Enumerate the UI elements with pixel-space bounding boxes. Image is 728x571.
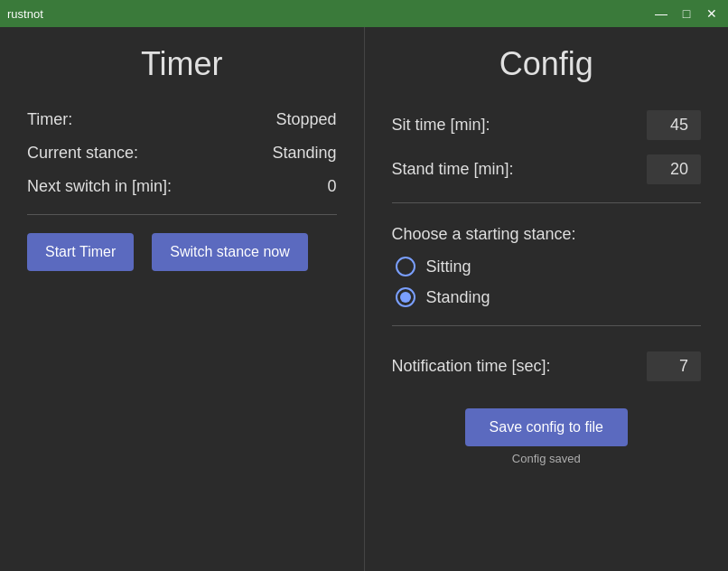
next-switch-value: 0 bbox=[327, 177, 336, 196]
timer-title: Timer bbox=[27, 45, 337, 83]
config-divider-1 bbox=[392, 202, 702, 203]
switch-stance-button[interactable]: Switch stance now bbox=[152, 233, 308, 271]
radio-standing-indicator bbox=[396, 287, 415, 307]
next-switch-row: Next switch in [min]: 0 bbox=[27, 177, 337, 196]
window-controls: — □ ✕ bbox=[652, 5, 721, 23]
timer-panel: Timer Timer: Stopped Current stance: Sta… bbox=[0, 27, 365, 571]
config-panel: Config Sit time [min]: Stand time [min]:… bbox=[365, 27, 729, 571]
sit-time-row: Sit time [min]: bbox=[392, 110, 702, 140]
sit-time-label: Sit time [min]: bbox=[392, 116, 490, 135]
radio-sitting-label: Sitting bbox=[426, 257, 471, 276]
titlebar: rustnot — □ ✕ bbox=[0, 0, 728, 27]
app-title: rustnot bbox=[7, 7, 43, 21]
notif-time-input[interactable] bbox=[647, 351, 701, 381]
timer-value: Stopped bbox=[275, 110, 336, 129]
sit-time-input[interactable] bbox=[647, 110, 701, 140]
stance-value: Standing bbox=[272, 144, 336, 163]
radio-standing-dot bbox=[400, 292, 411, 303]
action-buttons: Start Timer Switch stance now bbox=[27, 233, 337, 271]
stance-label: Current stance: bbox=[27, 144, 138, 163]
maximize-button[interactable]: □ bbox=[677, 5, 695, 23]
close-button[interactable]: ✕ bbox=[703, 5, 721, 23]
save-section: Save config to file Config saved bbox=[392, 408, 702, 465]
radio-standing[interactable]: Standing bbox=[396, 287, 702, 307]
save-config-button[interactable]: Save config to file bbox=[465, 408, 628, 446]
minimize-button[interactable]: — bbox=[652, 5, 670, 23]
stand-time-row: Stand time [min]: bbox=[392, 154, 702, 184]
radio-sitting[interactable]: Sitting bbox=[396, 257, 702, 276]
radio-sitting-indicator bbox=[396, 257, 415, 276]
divider bbox=[27, 214, 337, 215]
notif-time-row: Notification time [sec]: bbox=[392, 351, 702, 381]
starting-stance-label: Choose a starting stance: bbox=[392, 225, 702, 244]
stand-time-label: Stand time [min]: bbox=[392, 160, 514, 179]
config-divider-2 bbox=[392, 325, 702, 326]
config-title: Config bbox=[392, 45, 702, 83]
stance-radio-group: Sitting Standing bbox=[396, 257, 702, 307]
timer-status-row: Timer: Stopped bbox=[27, 110, 337, 129]
timer-label: Timer: bbox=[27, 110, 72, 129]
next-switch-label: Next switch in [min]: bbox=[27, 177, 172, 196]
start-timer-button[interactable]: Start Timer bbox=[27, 233, 134, 271]
stand-time-input[interactable] bbox=[647, 154, 701, 184]
radio-standing-label: Standing bbox=[426, 288, 490, 307]
save-status: Config saved bbox=[512, 452, 581, 465]
main-content: Timer Timer: Stopped Current stance: Sta… bbox=[0, 27, 728, 571]
stance-row: Current stance: Standing bbox=[27, 144, 337, 163]
notif-label: Notification time [sec]: bbox=[392, 357, 551, 376]
